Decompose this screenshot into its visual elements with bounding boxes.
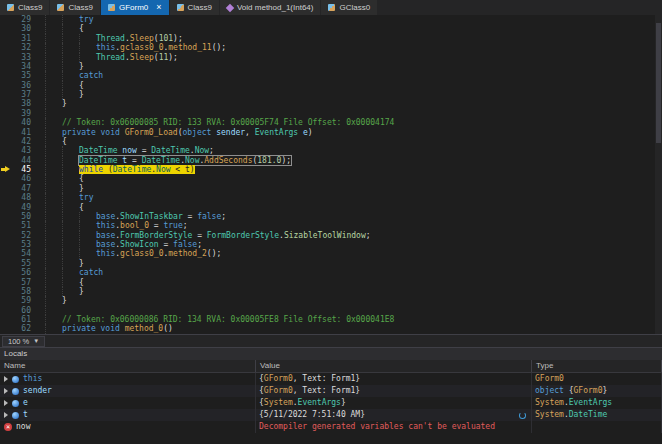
- tab-close-button[interactable]: ×: [156, 3, 161, 12]
- code-line-59[interactable]: 59}: [0, 296, 662, 305]
- breakpoint-gutter[interactable]: [0, 165, 13, 174]
- breakpoint-gutter[interactable]: [0, 109, 13, 118]
- code-editor[interactable]: 29try30{31Thread.Sleep(101);32this.gclas…: [0, 15, 662, 334]
- refresh-icon[interactable]: [519, 412, 526, 419]
- indent-guide: [45, 128, 46, 137]
- breakpoint-gutter[interactable]: [0, 193, 13, 202]
- code-line-57[interactable]: 57{: [0, 278, 662, 287]
- zoom-select[interactable]: 100 % ▼: [2, 336, 45, 347]
- scrollbar-thumb[interactable]: [656, 23, 661, 143]
- locals-header-type[interactable]: Type: [532, 360, 662, 372]
- breakpoint-gutter[interactable]: [0, 268, 13, 277]
- token: ,: [245, 128, 255, 137]
- expand-arrow-icon[interactable]: [4, 388, 8, 394]
- token: ): [308, 128, 313, 137]
- expand-arrow-icon[interactable]: [4, 400, 8, 406]
- breakpoint-gutter[interactable]: [0, 90, 13, 99]
- code-line-50[interactable]: 50base.ShowInTaskbar = false;: [0, 212, 662, 221]
- breakpoint-gutter[interactable]: [0, 53, 13, 62]
- breakpoint-gutter[interactable]: [0, 118, 13, 127]
- tab-class9[interactable]: Class9: [0, 0, 49, 15]
- breakpoint-gutter[interactable]: [0, 146, 13, 155]
- expand-arrow-icon[interactable]: [4, 376, 8, 382]
- code-line-49[interactable]: 49{: [0, 203, 662, 212]
- breakpoint-gutter[interactable]: [0, 231, 13, 240]
- code-line-44[interactable]: 44DateTime t = DateTime.Now.AddSeconds(1…: [0, 156, 662, 165]
- code-line-47[interactable]: 47}: [0, 184, 662, 193]
- code-text: base.FormBorderStyle = FormBorderStyle.S…: [35, 231, 662, 240]
- code-line-29[interactable]: 29try: [0, 15, 662, 24]
- breakpoint-gutter[interactable]: [0, 184, 13, 193]
- breakpoint-gutter[interactable]: [0, 174, 13, 183]
- code-line-37[interactable]: 37}: [0, 90, 662, 99]
- code-line-51[interactable]: 51this.bool_0 = true;: [0, 221, 662, 230]
- code-line-56[interactable]: 56catch: [0, 268, 662, 277]
- code-line-54[interactable]: 54this.gclass0_0.method_2();: [0, 249, 662, 258]
- breakpoint-gutter[interactable]: [0, 212, 13, 221]
- code-line-55[interactable]: 55}: [0, 259, 662, 268]
- tab-gform0[interactable]: GForm0×: [101, 0, 169, 15]
- breakpoint-gutter[interactable]: [0, 221, 13, 230]
- breakpoint-gutter[interactable]: [0, 324, 13, 333]
- code-line-53[interactable]: 53base.ShowIcon = false;: [0, 240, 662, 249]
- code-line-36[interactable]: 36{: [0, 81, 662, 90]
- locals-row-t[interactable]: t{5/11/2022 7:51:40 AM}System.DateTime: [0, 409, 662, 421]
- breakpoint-gutter[interactable]: [0, 203, 13, 212]
- code-line-52[interactable]: 52base.FormBorderStyle = FormBorderStyle…: [0, 231, 662, 240]
- locals-header-name[interactable]: Name: [0, 360, 256, 372]
- code-line-31[interactable]: 31Thread.Sleep(101);: [0, 34, 662, 43]
- breakpoint-gutter[interactable]: [0, 278, 13, 287]
- breakpoint-gutter[interactable]: [0, 99, 13, 108]
- breakpoint-gutter[interactable]: [0, 259, 13, 268]
- code-line-60[interactable]: 60: [0, 306, 662, 315]
- code-line-62[interactable]: 62private void method_0(): [0, 324, 662, 333]
- breakpoint-gutter[interactable]: [0, 296, 13, 305]
- code-line-58[interactable]: 58}: [0, 287, 662, 296]
- locals-row-e[interactable]: e{System.EventArgs}System.EventArgs: [0, 397, 662, 409]
- code-line-38[interactable]: 38}: [0, 99, 662, 108]
- breakpoint-gutter[interactable]: [0, 249, 13, 258]
- code-line-40[interactable]: 40// Token: 0x06000085 RID: 133 RVA: 0x0…: [0, 118, 662, 127]
- breakpoint-gutter[interactable]: [0, 128, 13, 137]
- breakpoint-gutter[interactable]: [0, 34, 13, 43]
- code-line-35[interactable]: 35catch: [0, 71, 662, 80]
- expand-arrow-icon[interactable]: [4, 412, 8, 418]
- breakpoint-gutter[interactable]: [0, 240, 13, 249]
- class-icon: [7, 4, 14, 11]
- code-line-46[interactable]: 46{: [0, 174, 662, 183]
- breakpoint-gutter[interactable]: [0, 156, 13, 165]
- breakpoint-gutter[interactable]: [0, 24, 13, 33]
- indent-guide: [45, 203, 46, 212]
- breakpoint-gutter[interactable]: [0, 81, 13, 90]
- token: {: [79, 203, 84, 212]
- breakpoint-gutter[interactable]: [0, 62, 13, 71]
- tab-class9[interactable]: Class9: [50, 0, 99, 15]
- tab-void-method-1-int64-[interactable]: Void method_1(Int64): [220, 0, 321, 15]
- tab-class9[interactable]: Class9: [170, 0, 219, 15]
- tab-gclass0[interactable]: GClass0: [321, 0, 377, 15]
- editor-vertical-scrollbar[interactable]: [655, 15, 662, 334]
- code-line-30[interactable]: 30{: [0, 24, 662, 33]
- code-line-41[interactable]: 41private void GForm0_Load(object sender…: [0, 128, 662, 137]
- code-line-39[interactable]: 39: [0, 109, 662, 118]
- locals-row-this[interactable]: this{GForm0, Text: Form1}GForm0: [0, 373, 662, 385]
- locals-row-sender[interactable]: sender{GForm0, Text: Form1}object {GForm…: [0, 385, 662, 397]
- code-line-61[interactable]: 61// Token: 0x06000086 RID: 134 RVA: 0x0…: [0, 315, 662, 324]
- code-line-42[interactable]: 42{: [0, 137, 662, 146]
- code-line-33[interactable]: 33Thread.Sleep(11);: [0, 53, 662, 62]
- code-line-32[interactable]: 32this.gclass0_0.method_11();: [0, 43, 662, 52]
- code-line-48[interactable]: 48try: [0, 193, 662, 202]
- breakpoint-gutter[interactable]: [0, 137, 13, 146]
- breakpoint-gutter[interactable]: [0, 315, 13, 324]
- breakpoint-gutter[interactable]: [0, 71, 13, 80]
- code-line-34[interactable]: 34}: [0, 62, 662, 71]
- locals-row-now[interactable]: ×nowDecompiler generated variables can't…: [0, 421, 662, 433]
- breakpoint-gutter[interactable]: [0, 287, 13, 296]
- breakpoint-gutter[interactable]: [0, 306, 13, 315]
- line-number: 50: [13, 212, 35, 221]
- breakpoint-gutter[interactable]: [0, 43, 13, 52]
- code-line-45[interactable]: 45while (DateTime.Now < t): [0, 165, 662, 174]
- locals-header-value[interactable]: Value: [256, 360, 532, 372]
- breakpoint-gutter[interactable]: [0, 15, 13, 24]
- code-line-43[interactable]: 43DateTime now = DateTime.Now;: [0, 146, 662, 155]
